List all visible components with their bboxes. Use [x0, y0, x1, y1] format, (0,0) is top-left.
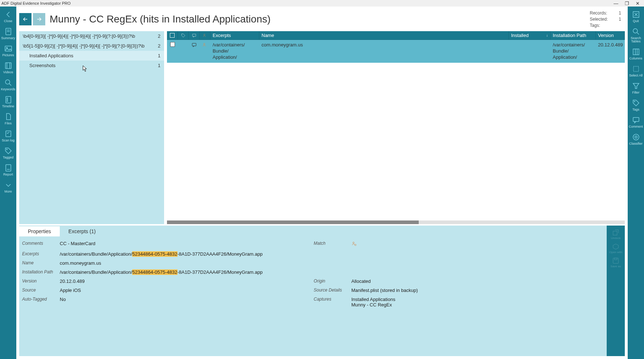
selectall-icon — [632, 65, 640, 73]
column-installation-path[interactable]: Installation Path — [551, 31, 596, 40]
column-excerpts[interactable]: Excerpts — [210, 31, 259, 40]
maximize-button[interactable]: ❐ — [625, 1, 629, 6]
column-version[interactable]: Version — [596, 31, 625, 40]
sidebar-scanlog[interactable]: Scan log — [0, 127, 16, 144]
row-checkbox[interactable] — [170, 42, 175, 47]
table-row[interactable]: /var/containers/ Bundle/ Application/ co… — [167, 40, 625, 63]
row-installed — [509, 41, 551, 43]
table-panel: Excerpts Name Installed↓ Installation Pa… — [167, 31, 625, 224]
title-bar: ADF Digital Evidence Investigator PRO — … — [0, 0, 644, 7]
details-panel: Properties Excerpts (1) Comments CC - Ma… — [19, 226, 625, 356]
header-comment-icon[interactable] — [189, 31, 200, 40]
sidebar-summary[interactable]: Summary — [0, 25, 16, 42]
value-excerpts: /var/containers/Bundle/Application/52344… — [60, 251, 604, 257]
value-version: 20.12.0.489 — [60, 278, 312, 284]
close-window-button[interactable]: ✕ — [636, 1, 640, 6]
row-comment-cell — [189, 41, 200, 49]
tree-row-installed-apps[interactable]: Installed Applications 1 — [19, 51, 164, 61]
label-origin: Origin — [314, 278, 350, 284]
svg-point-12 — [7, 99, 8, 100]
window-controls: — ❐ ✕ — [614, 1, 643, 6]
value-captures: Installed Applications Munny - CC RegEx — [351, 297, 604, 308]
sidebar-pictures[interactable]: Pictures — [0, 42, 16, 59]
label-excerpts: Excerpts — [22, 251, 58, 257]
row-installation-path: /var/containers/ Bundle/ Application/ — [551, 41, 596, 61]
column-name[interactable]: Name — [259, 31, 509, 40]
tree-row-regex2[interactable]: \b5[1-5][0-9]{2}[ -]*[0-9]{4}[ -]*[0-9]{… — [19, 41, 164, 51]
header-checkbox[interactable] — [167, 31, 178, 40]
tree-row-regex1[interactable]: \b4[0-9]{3}[ -]*[0-9]{4}[ -]*[0-9]{4}[ -… — [19, 31, 164, 41]
header-row: Munny - CC RegEx (hits in Installed Appl… — [16, 7, 628, 31]
sidebar-more[interactable]: More — [0, 178, 16, 195]
tag-icon — [4, 147, 13, 155]
keywords-icon — [4, 78, 13, 87]
sidebar-comment[interactable]: Comment — [628, 114, 644, 131]
value-match — [351, 241, 604, 248]
action-save-as[interactable]: Save as — [611, 257, 621, 268]
column-installed[interactable]: Installed↓ — [509, 31, 551, 40]
value-name: com.moneygram.us — [60, 260, 604, 266]
main-area: Munny - CC RegEx (hits in Installed Appl… — [16, 7, 628, 359]
sidebar-search-tables[interactable]: Search Tables — [628, 25, 644, 45]
header-tag-icon[interactable] — [178, 31, 189, 40]
svg-point-41 — [635, 136, 637, 138]
sidebar-tagged[interactable]: Tagged — [0, 144, 16, 161]
sidebar-classifier[interactable]: Classifier — [628, 131, 644, 148]
svg-rect-22 — [192, 44, 196, 46]
value-source: Apple iOS — [60, 288, 312, 293]
svg-rect-14 — [6, 131, 11, 137]
tab-properties[interactable]: Properties — [19, 226, 60, 236]
svg-line-9 — [9, 83, 11, 86]
svg-point-25 — [355, 244, 356, 245]
svg-point-15 — [7, 149, 7, 150]
sidebar-tags[interactable]: Tags — [628, 96, 644, 114]
value-source-details: Manifest.plist (stored in backup) — [351, 288, 604, 293]
action-open-with[interactable]: Open with — [609, 243, 622, 254]
svg-point-21 — [204, 34, 205, 36]
svg-point-13 — [7, 101, 8, 102]
sidebar-videos[interactable]: Videos — [0, 59, 16, 76]
action-undock[interactable]: Undock — [611, 228, 620, 240]
app-title: ADF Digital Evidence Investigator PRO — [1, 1, 71, 5]
sidebar-close[interactable]: Close — [0, 8, 16, 25]
label-comments: Comments — [22, 241, 58, 248]
comment-icon — [632, 116, 640, 124]
sidebar-timeline[interactable]: Timeline — [0, 93, 16, 110]
svg-rect-10 — [6, 96, 11, 103]
nav-back-button[interactable] — [19, 13, 32, 25]
tab-excerpts[interactable]: Excerpts (1) — [60, 226, 104, 236]
minimize-button[interactable]: — — [614, 1, 618, 6]
svg-point-11 — [7, 98, 8, 99]
label-match: Match — [314, 241, 350, 248]
svg-rect-34 — [633, 49, 639, 55]
svg-line-33 — [637, 33, 639, 34]
sidebar-keywords[interactable]: Keywords — [0, 76, 16, 93]
columns-icon — [632, 48, 640, 56]
value-installation-path: /var/containers/Bundle/Application/52344… — [60, 269, 604, 275]
sidebar-columns[interactable]: Columns — [628, 45, 644, 62]
row-excerpts: /var/containers/ Bundle/ Application/ — [210, 41, 259, 61]
label-installation-path: Installation Path — [22, 269, 58, 275]
tree-row-screenshots[interactable]: Screenshots 1 — [19, 61, 164, 70]
nav-forward-button[interactable] — [33, 13, 45, 25]
sidebar-files[interactable]: Files — [0, 110, 16, 127]
sidebar-filter[interactable]: Filter — [628, 79, 644, 96]
sidebar-select-all[interactable]: Select All — [628, 62, 644, 79]
tree-panel: \b4[0-9]{3}[ -]*[0-9]{4}[ -]*[0-9]{4}[ -… — [19, 31, 164, 224]
filter-icon — [632, 82, 640, 90]
page-title: Munny - CC RegEx (hits in Installed Appl… — [50, 13, 590, 25]
row-tag-cell — [178, 41, 189, 43]
value-comments: CC - MasterCard — [60, 241, 312, 248]
header-match-icon[interactable] — [200, 31, 210, 40]
chevron-down-icon — [4, 181, 13, 189]
svg-point-23 — [204, 44, 205, 45]
sort-desc-icon: ↓ — [546, 33, 548, 37]
undock-icon — [612, 228, 620, 236]
left-sidebar: Close Summary Pictures Videos Keywords T… — [0, 7, 16, 359]
scanlog-icon — [4, 129, 13, 138]
svg-rect-26 — [613, 231, 617, 235]
label-version: Version — [22, 278, 58, 284]
sidebar-quit[interactable]: Quit — [628, 8, 644, 25]
horizontal-scrollbar[interactable] — [167, 220, 625, 224]
sidebar-report[interactable]: Report — [0, 161, 16, 178]
